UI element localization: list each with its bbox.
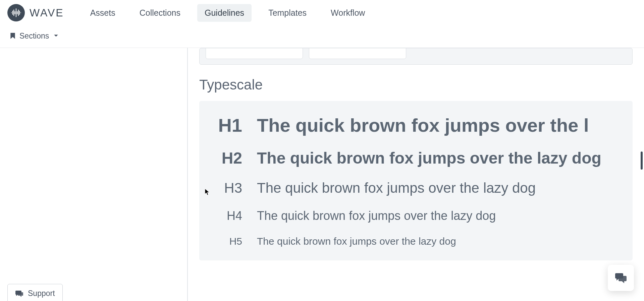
section-title: Typescale [199,77,633,93]
typescale-card: H1 The quick brown fox jumps over the l … [199,101,633,260]
block-card [309,48,406,59]
main-content: Typescale H1 The quick brown fox jumps o… [188,48,644,301]
tab-collections[interactable]: Collections [132,4,188,22]
sections-dropdown[interactable]: Sections [10,32,58,41]
page-body: Typescale H1 The quick brown fox jumps o… [0,48,644,301]
previous-block-remnant [199,48,633,65]
tab-guidelines[interactable]: Guidelines [197,4,252,22]
block-card [206,48,303,59]
typescale-label: H1 [215,114,257,136]
typescale-row-h3: H3 The quick brown fox jumps over the la… [215,180,620,196]
typescale-label: H4 [215,209,257,223]
chevron-down-icon [54,34,58,38]
app-header: WAVE Assets Collections Guidelines Templ… [0,0,644,48]
typescale-row-h2: H2 The quick brown fox jumps over the la… [215,149,620,167]
chat-bubbles-icon [615,273,627,283]
chat-icon [15,290,23,297]
typescale-sample: The quick brown fox jumps over the lazy … [257,236,620,247]
typescale-row-h1: H1 The quick brown fox jumps over the l [215,114,620,136]
support-label: Support [28,289,55,298]
top-nav: WAVE Assets Collections Guidelines Templ… [0,0,644,24]
tab-templates[interactable]: Templates [261,4,314,22]
scroll-indicator[interactable] [641,152,643,170]
sidebar [0,48,188,301]
brand-logo[interactable]: WAVE [7,4,64,21]
tab-assets[interactable]: Assets [83,4,123,22]
sub-nav: Sections [0,24,644,48]
typescale-label: H2 [215,149,257,167]
primary-nav: Assets Collections Guidelines Templates … [83,4,373,22]
typescale-label: H5 [215,236,257,247]
typescale-sample: The quick brown fox jumps over the lazy … [257,180,620,196]
brand-name: WAVE [30,7,64,19]
typescale-sample: The quick brown fox jumps over the lazy … [257,209,620,223]
typescale-row-h4: H4 The quick brown fox jumps over the la… [215,209,620,223]
chat-widget[interactable] [608,265,634,291]
support-button[interactable]: Support [7,284,63,301]
wave-logo-icon [7,4,25,21]
typescale-sample: The quick brown fox jumps over the lazy … [257,149,620,167]
typescale-sample: The quick brown fox jumps over the l [257,114,620,136]
typescale-row-h5: H5 The quick brown fox jumps over the la… [215,236,620,247]
sections-label: Sections [19,32,49,41]
typescale-label: H3 [215,180,257,196]
tab-workflow[interactable]: Workflow [323,4,372,22]
bookmark-icon [10,33,15,39]
